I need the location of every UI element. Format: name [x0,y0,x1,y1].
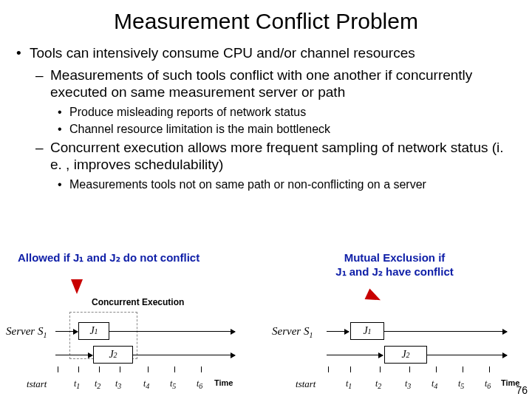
diagram-right: Mutual Exclusion ifJ₁ and J₂ have confli… [269,251,532,399]
left-caption: Allowed if J₁ and J₂ do not conflict [18,251,263,265]
axis-arrow-icon [109,331,235,332]
bullet-l3: Measurements tools not on same path or n… [55,177,516,192]
axis-arrow-icon [327,331,349,332]
bullet-l3: Produce misleading reports of network st… [55,105,516,120]
bullet-list: Tools can intensively consume CPU and/or… [16,44,516,192]
job-j2: J2 [384,346,427,364]
job-j2: J2 [93,346,133,364]
time-label: Time [214,378,233,387]
tick: t1 [74,378,80,390]
axis-arrow-icon [55,355,92,355]
tstart-label: tstart [27,378,47,390]
arrow-down-icon [71,279,83,294]
tick: t6 [197,378,202,390]
tick: t2 [95,378,100,390]
tick: t3 [405,378,411,390]
server-label: Server S1 [272,325,313,339]
tick: t6 [485,378,491,390]
slide: Measurement Conflict Problem Tools can i… [0,0,532,399]
page-number: 76 [516,384,528,396]
server-label: Server S1 [6,325,47,339]
job-j1: J1 [78,322,109,340]
arrow-right-icon [365,289,383,306]
diagram-left: Allowed if J₁ and J₂ do not conflict Con… [0,251,263,399]
job-j1: J1 [350,322,384,340]
axis-arrow-icon [133,355,235,355]
axis-arrow-icon [427,355,507,355]
tick: t4 [432,378,437,390]
right-caption: Mutual Exclusion ifJ₁ and J₂ have confli… [269,251,520,279]
tick: t3 [115,378,121,390]
bullet-l3: Channel resource limitation is the main … [55,122,516,137]
axis-arrow-icon [327,355,383,355]
tick: t4 [143,378,149,390]
bullet-l1: Tools can intensively consume CPU and/or… [16,44,516,62]
tick: t5 [458,378,464,390]
axis-arrow-icon [384,331,507,332]
diagram-row: Allowed if J₁ and J₂ do not conflict Con… [0,251,532,399]
tick: t5 [170,378,176,390]
slide-title: Measurement Conflict Problem [16,9,516,34]
tick: t2 [375,378,381,390]
bullet-l2: Concurrent execution allows more frequen… [34,139,516,173]
concurrent-label: Concurrent Execution [92,297,184,307]
tick: t1 [346,378,352,390]
bullet-l2: Measurements of such tools conflict with… [34,66,516,100]
axis-arrow-icon [55,331,78,332]
tstart-label: tstart [296,378,316,390]
